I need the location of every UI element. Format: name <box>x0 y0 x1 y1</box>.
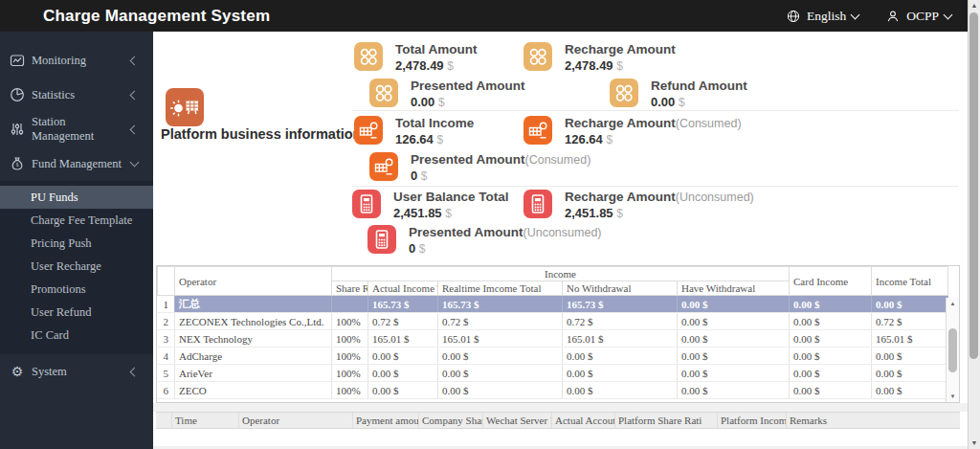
realtime-income-cell: 0.00 $ <box>438 348 563 365</box>
calculator-icon <box>352 190 381 222</box>
card-income-cell: 0.00 $ <box>790 296 872 313</box>
operator-cell: ArieVer <box>175 365 332 382</box>
stat-refund-amount: Refund Amount 0.00 $ <box>610 79 747 111</box>
page-scrollbar[interactable]: ▲ ▼ <box>968 0 980 449</box>
operator-cell: ZECONEX Technologies Co.,Ltd. <box>175 313 332 330</box>
sidebar-item-label: Fund Management <box>32 157 124 171</box>
money-bag-icon: $ <box>10 156 25 171</box>
platform-income-header: Platform Income <box>718 413 787 428</box>
sidebar-item-pricing-push[interactable]: Pricing Push <box>0 232 153 255</box>
income-report-icon <box>354 116 383 148</box>
calculator-icon <box>368 225 396 258</box>
coins-icon <box>610 79 638 111</box>
sidebar-item-user-recharge[interactable]: User Recharge <box>0 255 153 278</box>
language-dropdown[interactable]: English <box>786 9 858 24</box>
sidebar-item-system[interactable]: ⚙ System <box>0 354 153 389</box>
scrollbar-thumb[interactable] <box>948 328 957 372</box>
pie-chart-icon <box>10 87 25 102</box>
sidebar-item-label: Statistics <box>32 88 124 102</box>
calculator-icon <box>523 190 552 222</box>
stat-total-income: Total Income 126.64 $ <box>354 116 474 148</box>
section-gap <box>153 403 969 412</box>
operator-header: Operator <box>175 267 332 296</box>
card-income-cell: 0.00 $ <box>790 330 872 348</box>
card-income-cell: 0.00 $ <box>790 382 872 399</box>
sidebar-item-promotions[interactable]: Promotions <box>0 278 153 301</box>
scroll-down-icon[interactable]: ▼ <box>947 391 959 402</box>
fund-management-submenu: PU Funds Charge Fee Template Pricing Pus… <box>0 181 153 354</box>
sidebar-item-pu-funds[interactable]: PU Funds <box>0 186 153 209</box>
table-row[interactable]: 4 AdCharge 100% 0.00 $ 0.00 $ 0.00 $ 0.0… <box>158 348 948 365</box>
chevron-down-icon <box>851 10 860 19</box>
sidebar-item-ic-card[interactable]: IC Card <box>0 324 153 347</box>
remarks-header: Remarks <box>787 413 960 428</box>
table-row[interactable]: 5 ArieVer 100% 0.00 $ 0.00 $ 0.00 $ 0.00… <box>158 365 948 382</box>
card-income-cell: 0.00 $ <box>790 313 872 330</box>
realtime-income-cell: 0.72 $ <box>438 313 563 330</box>
sidebar-item-monitoring[interactable]: Monitoring <box>0 43 153 78</box>
row-number: 5 <box>158 365 175 382</box>
sidebar-item-user-refund[interactable]: User Refund <box>0 301 153 324</box>
panel-title: Platform business information <box>161 126 362 142</box>
scroll-down-icon[interactable]: ▼ <box>969 438 980 449</box>
sidebar-item-label: System <box>32 365 124 379</box>
gear-icon: ⚙ <box>10 364 25 379</box>
stat-total-amount: Total Amount 2,478.49 $ <box>354 42 477 75</box>
row-number: 2 <box>158 313 175 330</box>
actual-income-cell: 0.72 $ <box>368 313 438 330</box>
share-ratio-cell: 100% <box>332 348 368 365</box>
have-withdrawal-cell: 0.00 $ <box>678 313 790 330</box>
have-withdrawal-cell: 0.00 $ <box>678 330 790 348</box>
no-withdrawal-header: No Withdrawal <box>563 281 678 296</box>
monitor-chart-icon <box>10 53 25 68</box>
card-income-header: Card Income <box>790 267 872 296</box>
language-label: English <box>807 9 846 24</box>
sidebar-item-charge-fee-template[interactable]: Charge Fee Template <box>0 209 153 232</box>
stat-recharge-amount: Recharge Amount 2,478.49 $ <box>523 42 676 75</box>
have-withdrawal-cell: 0.00 $ <box>678 348 790 365</box>
table-row[interactable]: 6 ZECO 100% 0.00 $ 0.00 $ 0.00 $ 0.00 $ … <box>158 382 948 399</box>
scroll-up-icon[interactable]: ▲ <box>969 0 980 11</box>
have-withdrawal-cell: 0.00 $ <box>678 365 790 382</box>
detail-table-header: Time Operator Payment amount Company Sha… <box>156 412 960 429</box>
no-withdrawal-cell: 0.00 $ <box>563 348 678 365</box>
realtime-income-cell: 0.00 $ <box>438 382 563 399</box>
realtime-income-cell: 0.00 $ <box>438 365 563 382</box>
chevron-left-icon <box>130 56 140 65</box>
table-row[interactable]: 2 ZECONEX Technologies Co.,Ltd. 100% 0.7… <box>158 313 948 330</box>
scroll-up-icon[interactable]: ▲ <box>947 298 959 309</box>
coins-icon <box>369 79 398 111</box>
user-dropdown[interactable]: OCPP <box>885 9 951 24</box>
stat-presented-amount-unconsumed: Presented Amount(Unconsumed) 0 $ <box>368 225 602 258</box>
income-total-cell: 0.72 $ <box>872 313 948 330</box>
realtime-income-cell: 165.73 $ <box>438 296 563 313</box>
actual-account-header: Actual Accout <box>552 413 615 428</box>
income-total-cell: 0.00 $ <box>872 382 948 399</box>
row-number-header <box>158 267 175 296</box>
coins-icon <box>354 42 383 75</box>
time-header: Time <box>172 413 239 428</box>
operator-cell: AdCharge <box>175 348 332 365</box>
table-row[interactable]: 3 NEX Technology 100% 165.01 $ 165.01 $ … <box>158 330 948 348</box>
user-icon <box>885 9 901 24</box>
income-group-header: Income <box>332 267 790 281</box>
sidebar-item-station-management[interactable]: Station Management <box>0 112 153 146</box>
company-share-header: Company Share Rat <box>419 413 483 428</box>
income-total-header: Income Total <box>872 267 948 296</box>
table-row[interactable]: 1 汇总 165.73 $ 165.73 $ 165.73 $ 0.00 $ 0… <box>158 296 948 313</box>
chevron-left-icon <box>130 124 140 134</box>
income-table-panel: Operator Income Card Income Income Total… <box>156 265 960 403</box>
scrollbar-thumb[interactable] <box>969 12 978 359</box>
sidebar-item-fund-management[interactable]: $ Fund Management <box>0 146 153 181</box>
share-ratio-header: Share Ratio <box>332 281 368 296</box>
sidebar-item-statistics[interactable]: Statistics <box>0 78 153 112</box>
stats-divider <box>352 110 959 111</box>
chevron-down-icon <box>944 10 953 19</box>
actual-income-cell: 165.01 $ <box>368 330 438 348</box>
share-ratio-cell <box>332 296 368 313</box>
income-report-icon <box>523 116 552 148</box>
chevron-left-icon <box>130 367 140 376</box>
stat-presented-amount: Presented Amount 0.00 $ <box>369 79 525 111</box>
share-ratio-cell: 100% <box>332 313 368 330</box>
table-scrollbar[interactable]: ▲ ▼ <box>946 298 959 402</box>
